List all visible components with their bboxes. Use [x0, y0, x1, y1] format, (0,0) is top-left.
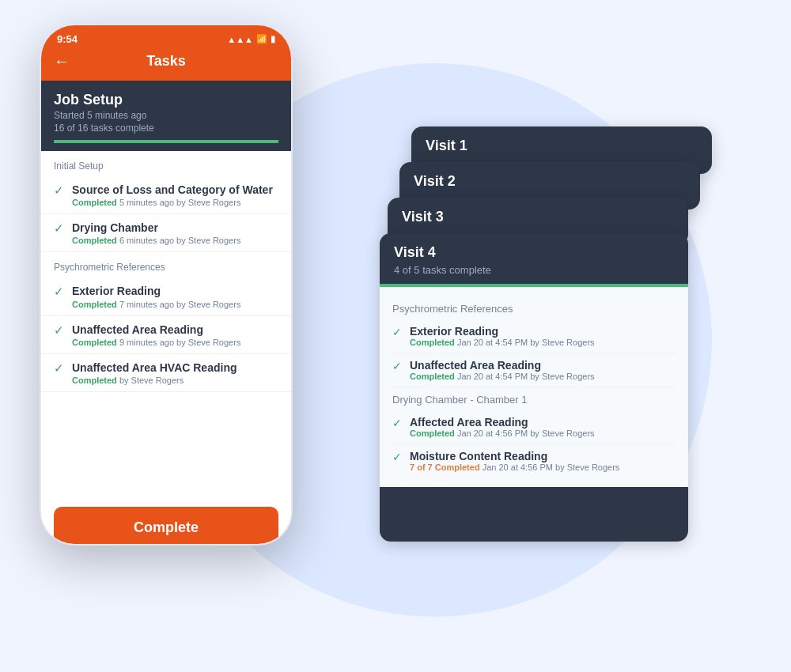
- task-unaffected-hvac[interactable]: ✓ Unaffected Area HVAC Reading Completed…: [41, 354, 291, 392]
- visit4-task-4: ✓ Moisture Content Reading 7 of 7 Comple…: [392, 444, 676, 478]
- check-icon: ✓: [392, 326, 402, 338]
- status-icons: ▲▲▲ 📶 ▮: [227, 34, 275, 44]
- visit4-title: Visit 4: [380, 233, 688, 264]
- complete-btn-area: Complete: [41, 499, 291, 546]
- check-icon: ✓: [54, 285, 64, 299]
- visit4-body: Psychrometric References ✓ Exterior Read…: [380, 287, 688, 487]
- section-initial-setup: Initial Setup: [41, 151, 291, 176]
- job-setup-tasks: 16 of 16 tasks complete: [54, 123, 278, 134]
- signal-icon: ▲▲▲: [227, 35, 253, 44]
- visit4-task4-meta: 7 of 7 Completed Jan 20 at 4:56 PM by St…: [410, 462, 619, 472]
- visit4-task2-name: Unaffected Area Reading: [410, 359, 595, 372]
- completed-label-orange: 7 of 7 Completed: [410, 462, 480, 472]
- visit1-title: Visit 1: [411, 126, 712, 157]
- phone-screen: 9:54 ▲▲▲ 📶 ▮ ← Tasks Job Setup Started 5…: [40, 24, 293, 546]
- check-icon: ✓: [54, 323, 64, 338]
- visit4-section2-title: Drying Chamber - Chamber 1: [392, 387, 676, 410]
- visit4-task3-meta: Completed Jan 20 at 4:56 PM by Steve Rog…: [410, 428, 595, 438]
- header-title: Tasks: [146, 53, 186, 70]
- visit4-task2-meta: Completed Jan 20 at 4:54 PM by Steve Rog…: [410, 372, 595, 381]
- task-ua-time: 9 minutes ago by Steve Rogers: [119, 338, 240, 347]
- task2-time: Jan 20 at 4:54 PM by Steve Rogers: [457, 372, 595, 381]
- check-icon: ✓: [392, 417, 402, 429]
- visit4-task1-name: Exterior Reading: [410, 325, 595, 338]
- visit4-task4-name: Moisture Content Reading: [410, 450, 619, 462]
- task-sol-meta: Completed 5 minutes ago by Steve Rogers: [72, 198, 273, 207]
- check-icon: ✓: [54, 221, 64, 236]
- visit4-task3-name: Affected Area Reading: [410, 416, 595, 428]
- job-setup-started: Started 5 minutes ago: [54, 110, 278, 121]
- task-ua-completed: Completed: [72, 338, 117, 347]
- time-display: 9:54: [57, 33, 78, 45]
- visit-card-4: Visit 4 4 of 5 tasks complete Psychromet…: [380, 233, 688, 542]
- task-unaffected-area[interactable]: ✓ Unaffected Area Reading Completed 9 mi…: [41, 316, 291, 354]
- check-icon: ✓: [54, 361, 64, 376]
- task-exterior-reading[interactable]: ✓ Exterior Reading Completed 7 minutes a…: [41, 277, 291, 315]
- back-button[interactable]: ←: [54, 52, 70, 70]
- task-dc-time: 6 minutes ago by Steve Rogers: [119, 236, 240, 245]
- task-dc-name: Drying Chamber: [72, 221, 240, 235]
- visit4-task-2: ✓ Unaffected Area Reading Completed Jan …: [392, 353, 676, 387]
- task-dc-meta: Completed 6 minutes ago by Steve Rogers: [72, 236, 240, 245]
- task3-time: Jan 20 at 4:56 PM by Steve Rogers: [457, 428, 595, 438]
- task-list[interactable]: Initial Setup ✓ Source of Loss and Categ…: [41, 151, 291, 499]
- task-ua-name: Unaffected Area Reading: [72, 323, 240, 337]
- check-icon: ✓: [54, 183, 64, 198]
- visit4-task-1: ✓ Exterior Reading Completed Jan 20 at 4…: [392, 319, 676, 353]
- task-sol-time: 5 minutes ago by Steve Rogers: [119, 198, 240, 207]
- check-icon: ✓: [392, 360, 402, 372]
- visit4-section1-title: Psychrometric References: [392, 296, 676, 319]
- section-psychrometric: Psychrometric References: [41, 252, 291, 277]
- task-dc-completed: Completed: [72, 236, 117, 245]
- job-setup-title: Job Setup: [54, 92, 278, 108]
- complete-button[interactable]: Complete: [54, 507, 278, 546]
- task-er-meta: Completed 7 minutes ago by Steve Rogers: [72, 300, 240, 309]
- visit4-task-3: ✓ Affected Area Reading Completed Jan 20…: [392, 410, 676, 444]
- completed-label: Completed: [410, 372, 455, 381]
- completed-label: Completed: [410, 428, 455, 438]
- visit4-subtitle: 4 of 5 tasks complete: [380, 264, 688, 284]
- task1-time: Jan 20 at 4:54 PM by Steve Rogers: [457, 338, 595, 347]
- task-hvac-name: Unaffected Area HVAC Reading: [72, 361, 237, 375]
- phone: 9:54 ▲▲▲ 📶 ▮ ← Tasks Job Setup Started 5…: [40, 24, 293, 546]
- visit4-task1-meta: Completed Jan 20 at 4:54 PM by Steve Rog…: [410, 338, 595, 347]
- task-hvac-time: by Steve Rogers: [119, 376, 184, 385]
- check-icon: ✓: [392, 451, 402, 463]
- task-sol-name: Source of Loss and Category of Water: [72, 183, 273, 197]
- visit3-title: Visit 3: [388, 198, 688, 228]
- visit2-title: Visit 2: [399, 162, 700, 193]
- job-setup-section: Job Setup Started 5 minutes ago 16 of 16…: [41, 81, 291, 151]
- task-drying-chamber[interactable]: ✓ Drying Chamber Completed 6 minutes ago…: [41, 214, 291, 252]
- task-source-of-loss[interactable]: ✓ Source of Loss and Category of Water C…: [41, 176, 291, 214]
- battery-icon: ▮: [271, 34, 275, 44]
- task-er-time: 7 minutes ago by Steve Rogers: [119, 300, 240, 309]
- status-bar: 9:54 ▲▲▲ 📶 ▮: [41, 25, 291, 48]
- completed-label: Completed: [410, 338, 455, 347]
- job-setup-progress-bar: [54, 140, 278, 143]
- wifi-icon: 📶: [256, 34, 267, 44]
- app-header: ← Tasks: [41, 48, 291, 81]
- task-er-name: Exterior Reading: [72, 284, 240, 298]
- task-sol-completed: Completed: [72, 198, 117, 207]
- task-hvac-meta: Completed by Steve Rogers: [72, 376, 237, 385]
- task-er-completed: Completed: [72, 300, 117, 309]
- task-hvac-completed: Completed: [72, 376, 117, 385]
- task4-time: Jan 20 at 4:56 PM by Steve Rogers: [483, 462, 620, 472]
- task-ua-meta: Completed 9 minutes ago by Steve Rogers: [72, 338, 240, 347]
